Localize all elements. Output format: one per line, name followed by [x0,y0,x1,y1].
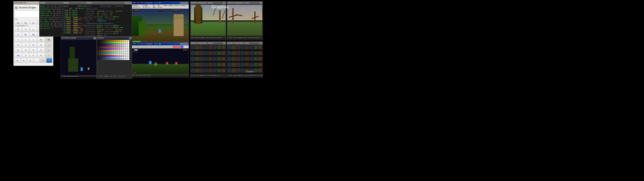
sprite-cell[interactable] [213,68,217,72]
xpow-button[interactable]: xʸ [14,32,22,37]
palette-cell[interactable] [99,40,101,42]
sprite-cell[interactable] [245,51,249,55]
sprite-cell[interactable] [213,51,217,55]
palette-cell[interactable] [99,47,101,48]
palette-cell[interactable] [113,45,115,46]
palette-cell[interactable] [103,47,105,48]
sprite-cell[interactable] [245,68,249,72]
palette-cell[interactable] [97,42,99,43]
palette-cell[interactable] [101,58,103,60]
palette-cell[interactable] [128,55,129,57]
sprite-cell[interactable] [191,51,195,55]
sprite-cell[interactable] [191,45,195,49]
palette-cell[interactable] [118,54,119,55]
sprite-cell[interactable] [245,45,249,49]
palette-cell[interactable] [103,58,105,60]
palette-cell[interactable] [107,58,109,60]
palette-cell[interactable] [105,42,107,43]
mul-button[interactable]: × [45,48,52,52]
palette-cell[interactable] [103,40,105,42]
sprite-cell[interactable] [195,68,199,72]
palette-cell[interactable] [111,50,113,52]
palette-cell[interactable] [105,48,107,50]
palette-cell[interactable] [109,57,111,58]
palette-cell[interactable] [97,44,99,45]
palette-cell[interactable] [118,48,119,50]
sprite-cell[interactable] [191,68,195,72]
palette-cell[interactable] [120,50,121,52]
palette-cell[interactable] [124,45,125,46]
palette-cell[interactable] [122,55,123,57]
3-button[interactable]: 3 [38,53,44,58]
palette-cell[interactable] [97,45,99,46]
palette-cell[interactable] [111,45,113,46]
palette-cell[interactable] [113,58,115,60]
palette-cell[interactable] [120,52,121,53]
sign-button[interactable]: +/− [21,58,27,63]
palette-cell[interactable] [120,45,121,46]
palette-cell[interactable] [126,45,127,46]
sprite-cell[interactable] [240,45,244,49]
palette-cell[interactable] [124,40,125,42]
palette-cell[interactable] [122,52,123,53]
sprite-cell[interactable] [200,68,204,72]
palette-cell[interactable] [124,57,125,58]
palette-cell[interactable] [113,40,115,42]
game-maximize[interactable]: □ [183,2,185,4]
palette-cell[interactable] [107,47,109,48]
sprite-cell[interactable] [195,51,199,55]
palette-cell[interactable] [111,52,113,53]
game-close[interactable]: × [186,2,188,4]
palette-cell[interactable] [103,44,105,45]
palette-cell[interactable] [122,40,123,42]
mc-button[interactable]: MC [14,20,22,24]
game2-maximize[interactable]: □ [183,43,185,45]
5-button[interactable]: 5 [30,48,37,52]
palette-cell[interactable] [99,57,101,58]
palette-cell[interactable] [105,54,107,55]
2-button[interactable]: 2 [30,53,37,58]
palette-cell[interactable] [107,57,109,58]
lparen-button[interactable]: ( [22,37,29,42]
palette-cell[interactable] [124,55,125,57]
palette-cell[interactable] [122,48,123,50]
palette-cell[interactable] [107,40,109,42]
mr-button[interactable]: MR [22,20,29,24]
palette-cell[interactable] [116,54,117,55]
menu-mddrive[interactable]: MD Drive [158,5,162,8]
add-button[interactable]: + [40,58,46,63]
palette-cell[interactable] [101,42,103,43]
sprite-cell[interactable] [213,45,217,49]
palette-cell[interactable] [99,42,101,43]
sprite-cell[interactable] [240,63,244,67]
inv-button[interactable]: 1/x [38,37,44,42]
sprite-cell[interactable] [228,63,232,67]
palette-cell[interactable] [105,55,107,57]
palette-cell[interactable] [103,52,105,53]
palette-cell[interactable] [126,54,127,55]
palette-cell[interactable] [126,52,127,53]
palette-cell[interactable] [124,42,125,43]
palette-cell[interactable] [107,54,109,55]
palette-cell[interactable] [128,50,129,52]
sprite-cell[interactable] [222,63,226,67]
palette-cell[interactable] [113,54,115,55]
palette-cell[interactable] [122,54,123,55]
menu-view[interactable]: View [164,5,167,8]
palette-cell[interactable] [107,52,109,53]
sprite-cell[interactable] [204,45,208,49]
palette-cell[interactable] [126,40,127,42]
6-button[interactable]: 6 [38,48,44,52]
palette-cell[interactable] [109,44,111,45]
palette-cell[interactable] [128,42,129,43]
palette-cell[interactable] [111,54,113,55]
palette-cell[interactable] [118,45,119,46]
menu-tools[interactable]: Tools [174,5,179,8]
menu-floppy0[interactable]: Floppy Drive #0 [133,5,142,8]
sprite-cell[interactable] [258,57,262,61]
palette-cell[interactable] [113,44,115,45]
play-btn[interactable]: ▶ [180,46,183,48]
sprite-cell[interactable] [240,51,244,55]
palette-cell[interactable] [128,54,129,55]
gfx-right-close[interactable]: × [260,2,262,4]
